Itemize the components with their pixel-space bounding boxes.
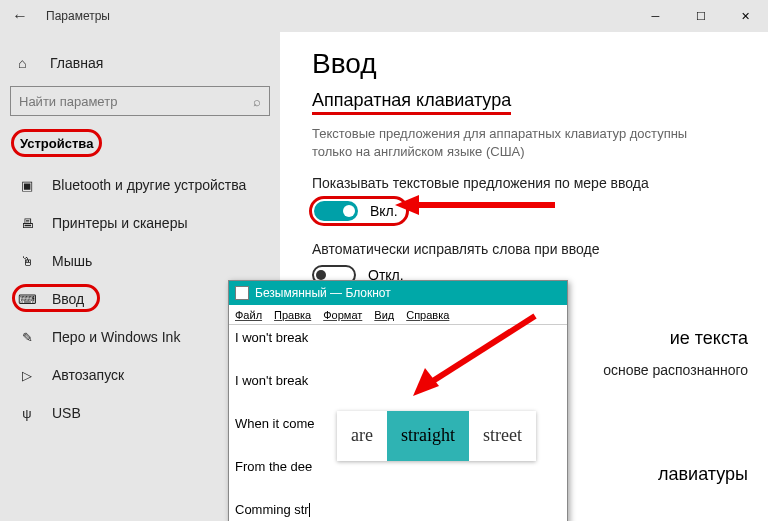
text-line: I won't break bbox=[235, 327, 561, 348]
notepad-titlebar[interactable]: Безымянный — Блокнот bbox=[229, 281, 567, 305]
text-line: I won't break bbox=[235, 370, 561, 391]
notepad-title: Безымянный — Блокнот bbox=[255, 286, 391, 300]
section-heading: Аппаратная клавиатура bbox=[312, 90, 511, 115]
sidebar-item-bt[interactable]: ▣Bluetooth и другие устройства bbox=[10, 166, 270, 204]
sidebar-category: Устройства bbox=[14, 132, 99, 154]
text-line bbox=[235, 348, 561, 369]
bt-icon: ▣ bbox=[18, 178, 36, 193]
auto-icon: ▷ bbox=[18, 368, 36, 383]
usb-icon: ψ bbox=[18, 406, 36, 421]
search-input[interactable]: Найти параметр ⌕ bbox=[10, 86, 270, 116]
notepad-menu[interactable]: ФайлПравкаФорматВидСправка bbox=[229, 305, 567, 325]
section-description: Текстовые предложения для аппаратных кла… bbox=[312, 125, 712, 161]
home-icon: ⌂ bbox=[18, 55, 34, 71]
minimize-button[interactable]: ─ bbox=[633, 0, 678, 32]
sidebar-item-label: Автозапуск bbox=[52, 367, 124, 383]
sidebar-item-mouse[interactable]: 🖱Мышь bbox=[10, 242, 270, 280]
home-label: Главная bbox=[50, 55, 103, 71]
close-button[interactable]: ✕ bbox=[723, 0, 768, 32]
mouse-icon: 🖱 bbox=[18, 254, 36, 269]
maximize-button[interactable]: ☐ bbox=[678, 0, 723, 32]
home-link[interactable]: ⌂ Главная bbox=[10, 46, 270, 80]
text-line: Comming str bbox=[235, 499, 561, 520]
menu-item[interactable]: Правка bbox=[274, 309, 311, 321]
notepad-textarea[interactable]: I won't break I won't break When it come… bbox=[229, 325, 567, 521]
search-placeholder: Найти параметр bbox=[19, 94, 117, 109]
option1-state: Вкл. bbox=[370, 203, 398, 219]
highlight-ring bbox=[12, 284, 100, 312]
option2-label: Автоматически исправлять слова при вводе bbox=[312, 241, 748, 257]
partial-heading-1: ие текста bbox=[670, 328, 748, 349]
option1-toggle[interactable] bbox=[314, 201, 358, 221]
menu-item[interactable]: Формат bbox=[323, 309, 362, 321]
sidebar-item-label: Принтеры и сканеры bbox=[52, 215, 187, 231]
text-line bbox=[235, 391, 561, 412]
prn-icon: 🖶 bbox=[18, 216, 36, 231]
partial-text: основе распознанного bbox=[603, 362, 748, 378]
search-icon: ⌕ bbox=[253, 94, 261, 109]
suggestion-popup[interactable]: arestraightstreet bbox=[337, 411, 536, 461]
window-title: Параметры bbox=[46, 9, 110, 23]
suggestion-item[interactable]: straight bbox=[387, 411, 469, 461]
suggestion-item[interactable]: street bbox=[469, 411, 536, 461]
sidebar-item-label: Мышь bbox=[52, 253, 92, 269]
partial-heading-2: лавиатуры bbox=[658, 464, 748, 485]
suggestion-item[interactable]: are bbox=[337, 411, 387, 461]
menu-item[interactable]: Файл bbox=[235, 309, 262, 321]
sidebar-item-label: Bluetooth и другие устройства bbox=[52, 177, 246, 193]
sidebar-item-label: Перо и Windows Ink bbox=[52, 329, 180, 345]
back-icon[interactable]: ← bbox=[12, 7, 32, 25]
notepad-icon bbox=[235, 286, 249, 300]
pen-icon: ✎ bbox=[18, 330, 36, 345]
menu-item[interactable]: Вид bbox=[374, 309, 394, 321]
menu-item[interactable]: Справка bbox=[406, 309, 449, 321]
sidebar-item-label: USB bbox=[52, 405, 81, 421]
sidebar-item-prn[interactable]: 🖶Принтеры и сканеры bbox=[10, 204, 270, 242]
notepad-window[interactable]: Безымянный — Блокнот ФайлПравкаФорматВид… bbox=[228, 280, 568, 521]
option1-label: Показывать текстовые предложения по мере… bbox=[312, 175, 748, 191]
page-title: Ввод bbox=[312, 48, 748, 80]
text-line bbox=[235, 477, 561, 498]
